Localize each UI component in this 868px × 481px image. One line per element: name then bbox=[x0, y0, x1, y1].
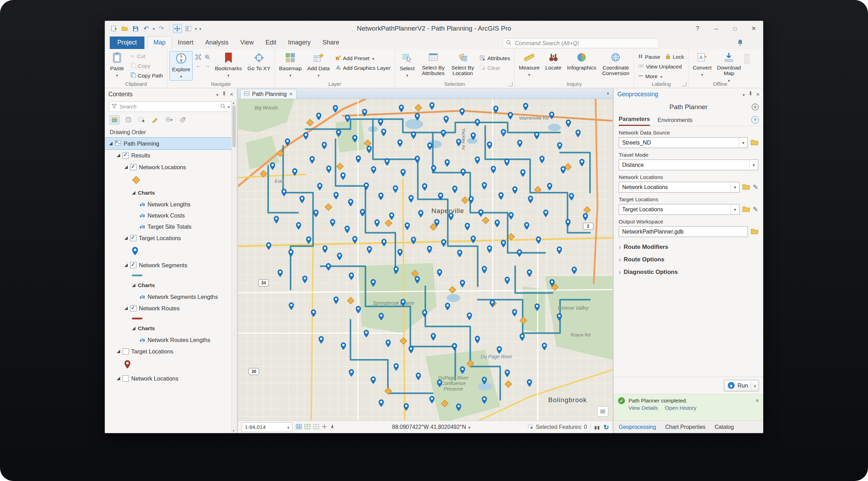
expander-icon[interactable] bbox=[117, 350, 120, 353]
pin-panel-icon[interactable] bbox=[222, 91, 226, 98]
view-details-link[interactable]: View Details bbox=[628, 405, 658, 411]
target-locations-2-symbol-row[interactable] bbox=[105, 357, 232, 373]
browse-folder-icon[interactable] bbox=[742, 184, 750, 191]
list-by-drawing-order-icon[interactable] bbox=[110, 115, 119, 124]
tree-item-charts[interactable]: Charts bbox=[105, 323, 232, 334]
dropdown-arrow-icon[interactable] bbox=[749, 160, 758, 170]
tab-geoprocessing[interactable]: Geoprocessing bbox=[619, 424, 656, 430]
tree-item-network-lengths-chart[interactable]: Network Lengths bbox=[105, 199, 232, 210]
select-by-attributes-button[interactable]: Select By Attributes bbox=[419, 51, 448, 78]
expander-icon[interactable] bbox=[132, 327, 135, 330]
red-line-symbol[interactable] bbox=[132, 318, 142, 319]
close-panel-icon[interactable] bbox=[230, 91, 233, 98]
redo-icon[interactable] bbox=[157, 24, 166, 33]
copy-path-button[interactable]: Copy Path bbox=[128, 71, 165, 80]
tree-item-target-site-totals-chart[interactable]: Target Site Totals bbox=[105, 221, 232, 232]
coordinate-conversion-button[interactable]: Coordinate Conversion bbox=[600, 51, 632, 78]
browse-folder-icon[interactable] bbox=[742, 206, 750, 213]
add-graphics-layer-button[interactable]: Add Graphics Layer bbox=[333, 64, 393, 73]
tree-item-network-routes-lengths-chart[interactable]: Network Routes Lengths bbox=[105, 334, 232, 345]
expander-icon[interactable] bbox=[109, 142, 112, 145]
undo-dropdown-icon[interactable] bbox=[153, 25, 155, 32]
dropdown-arrow-icon[interactable] bbox=[731, 182, 739, 192]
tree-item-network-locations-unchecked[interactable]: Network Locations bbox=[105, 373, 232, 384]
tree-item-network-costs-chart[interactable]: Network Costs bbox=[105, 210, 232, 221]
red-pin-symbol[interactable] bbox=[124, 360, 131, 370]
expander-icon[interactable] bbox=[124, 307, 128, 310]
network-segments-symbol-row[interactable] bbox=[105, 271, 232, 279]
dropdown-arrow-icon[interactable] bbox=[731, 204, 739, 214]
blue-pin-symbol[interactable] bbox=[132, 247, 138, 257]
open-project-icon[interactable] bbox=[120, 24, 129, 33]
results-checkbox[interactable] bbox=[123, 152, 129, 158]
command-search-input[interactable] bbox=[514, 40, 656, 47]
tab-insert[interactable]: Insert bbox=[172, 36, 199, 49]
notifications-bell-icon[interactable] bbox=[737, 39, 744, 46]
crosshair-tool-icon[interactable] bbox=[322, 424, 327, 431]
help-icon[interactable] bbox=[751, 116, 759, 124]
minimize-button[interactable] bbox=[707, 21, 726, 36]
full-extent-icon[interactable] bbox=[194, 53, 202, 61]
network-routes-symbol-row[interactable] bbox=[105, 314, 232, 323]
network-locations-symbol-row[interactable] bbox=[105, 173, 232, 187]
layers-tool-icon[interactable] bbox=[304, 424, 310, 431]
convert-button[interactable]: A Convert bbox=[691, 51, 713, 79]
close-tab-icon[interactable] bbox=[289, 91, 293, 98]
contents-menu-chevron-icon[interactable] bbox=[216, 91, 218, 98]
edit-pencil-icon[interactable] bbox=[753, 205, 758, 213]
close-notification-icon[interactable] bbox=[756, 397, 759, 404]
pin-panel-icon[interactable] bbox=[748, 91, 753, 98]
tab-catalog[interactable]: Catalog bbox=[715, 424, 734, 430]
undo-icon[interactable] bbox=[142, 24, 150, 33]
maximize-button[interactable] bbox=[726, 21, 744, 36]
contents-scrollbar[interactable] bbox=[231, 100, 237, 433]
teal-line-symbol[interactable] bbox=[132, 275, 142, 276]
expander-icon[interactable] bbox=[124, 263, 128, 267]
attributes-button[interactable]: Attributes bbox=[478, 54, 512, 63]
target-locations-combobox[interactable]: Target Locations bbox=[619, 204, 740, 215]
command-search[interactable] bbox=[503, 38, 659, 48]
tab-edit[interactable]: Edit bbox=[260, 36, 282, 49]
explore-button[interactable]: Explore bbox=[169, 51, 193, 81]
tab-map[interactable]: Map bbox=[147, 36, 172, 49]
target-locations-2-checkbox[interactable] bbox=[123, 348, 129, 354]
help-button[interactable] bbox=[688, 21, 707, 36]
tab-list-chevron-icon[interactable] bbox=[607, 91, 609, 96]
expander-icon[interactable] bbox=[124, 236, 128, 240]
tab-analysis[interactable]: Analysis bbox=[199, 36, 234, 49]
pause-labeling-button[interactable]: Pause bbox=[636, 52, 662, 62]
diamond-symbol[interactable] bbox=[132, 176, 140, 184]
grid-tool-icon[interactable] bbox=[296, 424, 302, 431]
browse-folder-icon[interactable] bbox=[751, 139, 758, 147]
search-options-chevron-icon[interactable] bbox=[228, 104, 230, 110]
open-history-link[interactable]: Open History bbox=[665, 405, 696, 411]
edit-pencil-icon[interactable] bbox=[753, 183, 758, 191]
tree-item-network-routes[interactable]: Network Routes bbox=[105, 302, 232, 314]
add-to-project-icon[interactable] bbox=[751, 103, 759, 113]
add-data-button[interactable]: Add Data bbox=[305, 51, 332, 79]
scrollbar-thumb[interactable] bbox=[232, 106, 236, 147]
run-button[interactable]: Run bbox=[724, 380, 759, 391]
pause-drawing-icon[interactable] bbox=[594, 424, 600, 430]
measure-button[interactable]: Measure bbox=[517, 51, 542, 79]
previous-extent-icon[interactable]: ← bbox=[194, 62, 202, 69]
travel-mode-combobox[interactable]: Distance bbox=[619, 160, 758, 170]
tab-environments[interactable]: Environments bbox=[658, 117, 693, 126]
tab-chart-properties[interactable]: Chart Properties bbox=[665, 424, 706, 430]
map-canvas[interactable]: Big WoodsWarrenville RdYackley AvEolaNap… bbox=[238, 99, 612, 433]
clear-selection-button[interactable]: Clear bbox=[478, 64, 512, 73]
paste-button[interactable]: Paste bbox=[107, 51, 127, 79]
tree-item-charts[interactable]: Charts bbox=[105, 187, 232, 199]
expander-icon[interactable] bbox=[124, 165, 128, 169]
section-route-modifiers[interactable]: Route Modifiers bbox=[619, 241, 758, 253]
network-segments-checkbox[interactable] bbox=[130, 262, 136, 268]
expander-icon[interactable] bbox=[117, 377, 120, 380]
select-button[interactable]: Select bbox=[397, 51, 417, 79]
infographics-button[interactable]: Infographics bbox=[565, 51, 598, 72]
raster-tool-icon[interactable] bbox=[313, 424, 319, 431]
lock-labels-button[interactable]: Lock bbox=[663, 52, 686, 62]
section-route-options[interactable]: Route Options bbox=[619, 253, 758, 266]
close-panel-icon[interactable] bbox=[756, 91, 760, 98]
target-locations-checkbox[interactable] bbox=[130, 235, 136, 241]
selected-features-readout[interactable]: Selected Features: 0 bbox=[528, 424, 587, 430]
